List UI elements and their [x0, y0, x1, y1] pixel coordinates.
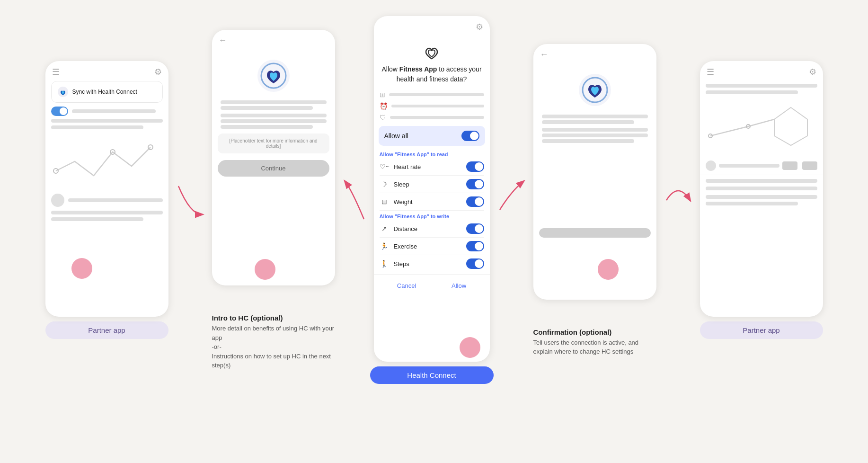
phone-screen-5: ☰ ⚙	[700, 61, 823, 317]
placeholder-line-s5-3	[706, 195, 817, 199]
hc-logo-small	[57, 86, 69, 98]
intro-label-block: Intro to HC (optional) More detail on be…	[212, 314, 335, 370]
phone-screen-3: ⚙ Allow Fitness App to access your healt…	[374, 16, 490, 362]
sleep-toggle[interactable]	[466, 179, 484, 189]
app-name: Fitness App	[399, 65, 437, 73]
phone-screen-1: ☰ ⚙ Sync with Health Connect	[45, 61, 168, 317]
section-read-label: Allow "Fitness App" to read	[374, 149, 490, 158]
exercise-icon: 🏃	[380, 242, 389, 250]
intro-title: Intro to HC (optional)	[212, 314, 335, 322]
cancel-button[interactable]: Cancel	[389, 279, 425, 292]
cursor-circle-screen3	[460, 337, 480, 358]
time-row: ⏰	[374, 100, 490, 112]
hc-icon-permission	[423, 44, 440, 61]
sleep-icon: ☽	[380, 180, 389, 188]
perm-row-exercise: 🏃 Exercise	[374, 238, 490, 255]
phone-screen-4: ←	[533, 44, 656, 300]
info-box-text: [Placeholder text for more information a…	[223, 138, 324, 149]
bottom-buttons: Cancel Allow	[374, 274, 490, 297]
allow-all-toggle[interactable]	[461, 131, 479, 141]
arrow-2	[343, 172, 366, 229]
placeholder-line-4	[51, 217, 143, 221]
filter-icon: ⊞	[380, 91, 385, 98]
shield-row: 🛡	[374, 112, 490, 123]
cursor-circle-screen1	[71, 258, 92, 279]
hamburger-icon: ☰	[52, 67, 60, 77]
allow-all-label: Allow all	[384, 132, 408, 140]
exercise-toggle[interactable]	[466, 241, 484, 251]
distance-toggle[interactable]	[466, 223, 484, 234]
arrow-4	[664, 172, 692, 229]
perm-row-heart-rate: ♡~ Heart rate	[374, 158, 490, 175]
heart-rate-toggle[interactable]	[466, 161, 484, 172]
label-pill-screen5: Partner app	[700, 321, 823, 339]
bottom-row-screen1	[51, 194, 163, 207]
avatar-screen1	[51, 194, 64, 207]
gear-icon-screen3: ⚙	[476, 22, 483, 32]
intro-desc: More detail on benefits of using HC with…	[212, 324, 335, 370]
perm-row-distance: ↗ Distance	[374, 220, 490, 237]
arrow-1	[176, 177, 204, 224]
sleep-label: Sleep	[394, 181, 461, 188]
graph-area-screen1	[51, 133, 163, 190]
perm-row-steps: 🚶 Steps	[374, 255, 490, 272]
confirm-title: Confirmation (optional)	[533, 328, 656, 336]
permission-title: Allow Fitness App to access your health …	[381, 64, 482, 84]
steps-label: Steps	[394, 260, 461, 267]
distance-icon: ↗	[380, 225, 389, 232]
phone-screen-2: ←	[212, 30, 335, 285]
weight-label: Weight	[394, 198, 461, 205]
placeholder-line-s5-2	[706, 90, 798, 94]
steps-toggle[interactable]	[466, 258, 484, 269]
placeholder-line-3	[51, 211, 163, 214]
list-row-3	[700, 185, 823, 192]
confirm-desc: Tell users the connection is active, and…	[533, 338, 656, 356]
toggle-row	[51, 107, 163, 116]
cursor-circle-screen4	[598, 259, 619, 280]
confirm-label-block: Confirmation (optional) Tell users the c…	[533, 328, 656, 356]
cursor-circle-screen2	[255, 259, 275, 280]
weight-toggle[interactable]	[466, 196, 484, 207]
list-row-1	[700, 159, 823, 173]
hc-logo-screen2	[257, 59, 291, 93]
graph-area-screen5	[706, 98, 817, 155]
perm-row-sleep: ☽ Sleep	[374, 176, 490, 193]
gear-icon-screen1: ⚙	[154, 67, 162, 77]
heart-rate-icon: ♡~	[380, 163, 389, 170]
sync-label: Sync with Health Connect	[72, 89, 137, 95]
allow-all-row: Allow all	[379, 126, 485, 146]
arrow-3	[497, 172, 526, 229]
label-pill-screen1: Partner app	[45, 321, 168, 339]
label-pill-screen3: Health Connect	[370, 366, 494, 384]
hamburger-icon-screen5: ☰	[707, 67, 714, 77]
placeholder-line-s5-4	[706, 202, 798, 205]
back-icon-screen4: ←	[540, 50, 549, 60]
sync-card: Sync with Health Connect	[51, 81, 163, 103]
svg-marker-8	[774, 107, 807, 145]
back-icon-screen2: ←	[219, 36, 227, 45]
placeholder-line-s5-1	[706, 84, 817, 88]
sync-toggle[interactable]	[51, 107, 68, 116]
exercise-label: Exercise	[394, 243, 461, 250]
time-icon: ⏰	[380, 102, 388, 110]
filter-row: ⊞	[374, 89, 490, 100]
shield-icon: 🛡	[380, 114, 386, 121]
continue-button[interactable]: Continue	[218, 160, 329, 177]
gear-icon-screen5: ⚙	[809, 67, 816, 77]
info-box: [Placeholder text for more information a…	[218, 134, 329, 153]
confirmation-button[interactable]	[539, 228, 651, 238]
distance-label: Distance	[394, 225, 461, 232]
allow-button[interactable]: Allow	[443, 279, 475, 292]
placeholder-line-2	[51, 125, 143, 129]
steps-icon: 🚶	[380, 260, 389, 267]
heart-rate-label: Heart rate	[394, 163, 461, 170]
section-write-label: Allow "Fitness App" to write	[374, 211, 490, 220]
hc-logo-screen4	[578, 73, 612, 107]
placeholder-line-1	[51, 119, 163, 123]
perm-row-weight: ⊟ Weight	[374, 193, 490, 210]
weight-icon: ⊟	[380, 198, 389, 205]
permission-header: Allow Fitness App to access your health …	[374, 36, 490, 89]
list-row-2	[700, 177, 823, 185]
